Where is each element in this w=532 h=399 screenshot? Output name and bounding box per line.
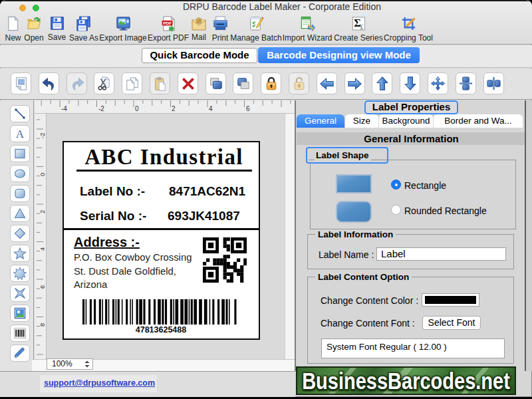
- svg-text:2: 2: [172, 105, 176, 112]
- svg-text:6: 6: [39, 285, 46, 289]
- svg-text:4: 4: [39, 247, 46, 251]
- svg-text:0: 0: [39, 173, 46, 176]
- svg-text:8: 8: [39, 323, 46, 327]
- svg-text:2: 2: [39, 210, 46, 213]
- svg-text:fₓ: fₓ: [360, 24, 363, 30]
- svg-text:-4: -4: [61, 105, 67, 112]
- svg-text:6: 6: [246, 105, 250, 112]
- svg-text:4: 4: [209, 105, 213, 112]
- svg-text:-2: -2: [39, 133, 46, 138]
- svg-text:0: 0: [135, 105, 139, 112]
- svg-text:A: A: [16, 128, 25, 140]
- svg-text:-2: -2: [98, 105, 104, 112]
